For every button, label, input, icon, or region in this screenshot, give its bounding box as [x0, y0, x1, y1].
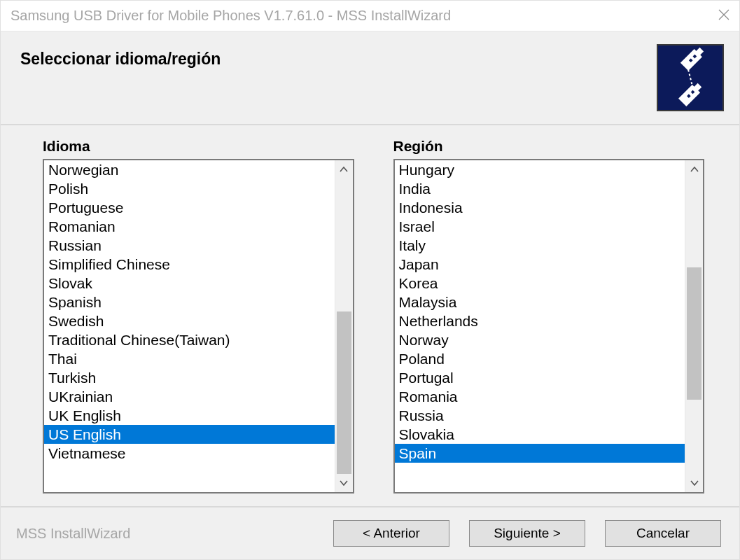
- list-item[interactable]: Slovakia: [395, 425, 685, 444]
- list-item[interactable]: Romania: [395, 387, 685, 406]
- list-item[interactable]: Indonesia: [395, 198, 685, 217]
- region-scrollbar[interactable]: [685, 160, 703, 492]
- scroll-track[interactable]: [335, 178, 353, 474]
- list-item[interactable]: Traditional Chinese(Taiwan): [44, 330, 335, 349]
- list-item[interactable]: Portugal: [395, 368, 685, 387]
- list-item[interactable]: Israel: [395, 217, 685, 236]
- list-item[interactable]: Polish: [44, 179, 335, 198]
- list-item[interactable]: Malaysia: [395, 293, 685, 312]
- list-item[interactable]: Korea: [395, 274, 685, 293]
- scroll-up-icon[interactable]: [335, 160, 353, 178]
- list-item[interactable]: Thai: [44, 349, 335, 368]
- scroll-down-icon[interactable]: [685, 474, 703, 492]
- footer-brand: MSS InstallWizard: [16, 526, 314, 542]
- install-wizard-window: Samsung USB Driver for Mobile Phones V1.…: [0, 0, 740, 560]
- language-label: Idioma: [43, 138, 354, 155]
- list-item[interactable]: Simplified Chinese: [44, 255, 335, 274]
- list-item[interactable]: Turkish: [44, 368, 335, 387]
- close-icon[interactable]: [701, 8, 729, 24]
- list-item[interactable]: UK English: [44, 406, 335, 425]
- list-item[interactable]: India: [395, 179, 685, 198]
- language-column: Idioma NorwegianPolishPortugueseRomanian…: [43, 138, 354, 493]
- list-item[interactable]: Spanish: [44, 293, 335, 312]
- list-item[interactable]: Romanian: [44, 217, 335, 236]
- back-button[interactable]: < Anterior: [333, 520, 449, 547]
- scroll-thumb[interactable]: [687, 267, 701, 400]
- region-label: Región: [393, 138, 705, 155]
- list-item[interactable]: Russia: [395, 406, 685, 425]
- list-item[interactable]: Netherlands: [395, 312, 685, 330]
- page-title: Seleccionar idioma/región: [20, 44, 221, 69]
- list-item[interactable]: Russian: [44, 236, 335, 255]
- header: Seleccionar idioma/región: [1, 31, 739, 124]
- region-listbox[interactable]: HungaryIndiaIndonesiaIsraelItalyJapanKor…: [393, 159, 705, 493]
- next-button[interactable]: Siguiente >: [469, 520, 585, 547]
- window-title: Samsung USB Driver for Mobile Phones V1.…: [11, 8, 451, 24]
- language-listbox[interactable]: NorwegianPolishPortugueseRomanianRussian…: [43, 159, 354, 493]
- footer: MSS InstallWizard < Anterior Siguiente >…: [1, 507, 739, 559]
- list-item[interactable]: Swedish: [44, 312, 335, 330]
- list-item[interactable]: Slovak: [44, 274, 335, 293]
- list-item[interactable]: Hungary: [395, 160, 685, 179]
- list-item[interactable]: Norway: [395, 330, 685, 349]
- scroll-thumb[interactable]: [337, 312, 351, 474]
- cancel-button[interactable]: Cancelar: [605, 520, 721, 547]
- scroll-track[interactable]: [685, 178, 703, 474]
- list-item[interactable]: UKrainian: [44, 387, 335, 406]
- list-item[interactable]: Norwegian: [44, 160, 335, 179]
- titlebar: Samsung USB Driver for Mobile Phones V1.…: [1, 1, 739, 31]
- scroll-up-icon[interactable]: [685, 160, 703, 178]
- content-area: Idioma NorwegianPolishPortugueseRomanian…: [1, 124, 739, 507]
- list-item[interactable]: Spain: [395, 444, 685, 463]
- list-item[interactable]: Japan: [395, 255, 685, 274]
- list-item[interactable]: Portuguese: [44, 198, 335, 217]
- list-item[interactable]: Vietnamese: [44, 444, 335, 463]
- language-scrollbar[interactable]: [335, 160, 353, 492]
- scroll-down-icon[interactable]: [335, 474, 353, 492]
- list-item[interactable]: Italy: [395, 236, 685, 255]
- list-item[interactable]: US English: [44, 425, 335, 444]
- usb-logo-icon: [657, 44, 724, 111]
- region-column: Región HungaryIndiaIndonesiaIsraelItalyJ…: [393, 138, 705, 493]
- list-item[interactable]: Poland: [395, 349, 685, 368]
